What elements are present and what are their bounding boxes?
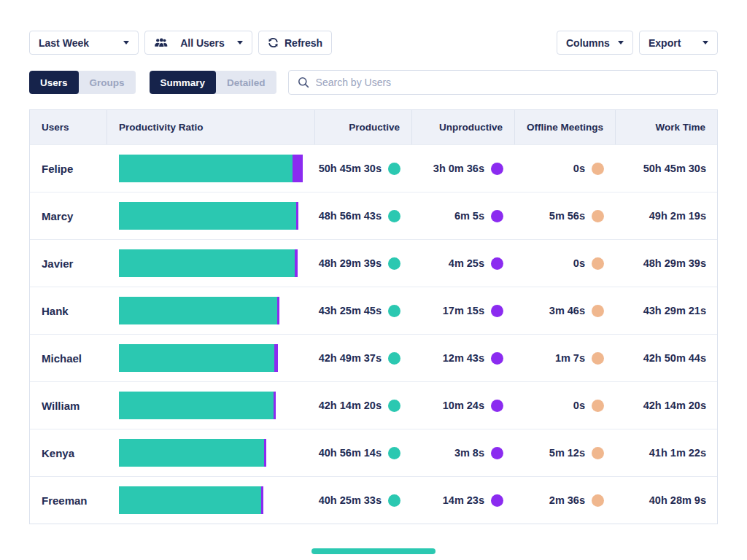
productive-cell: 42h 49m 37s xyxy=(314,335,411,381)
productivity-ratio-cell xyxy=(107,287,314,334)
unproductive-cell: 14m 23s xyxy=(411,477,514,524)
productive-cell: 40h 56m 14s xyxy=(314,429,411,476)
search-box[interactable] xyxy=(288,70,718,95)
productive-cell: 40h 25m 33s xyxy=(314,477,411,524)
offline-meetings-value: 0s xyxy=(573,400,585,411)
productive-cell: 42h 14m 20s xyxy=(314,382,411,429)
offline-meetings-cell: 2m 36s xyxy=(514,477,615,524)
users-group-icon xyxy=(154,38,168,48)
horizontal-scrollbar-thumb[interactable] xyxy=(311,548,436,554)
offline-meetings-dot-icon xyxy=(592,400,604,412)
search-icon xyxy=(298,77,309,88)
export-label: Export xyxy=(649,37,681,49)
offline-meetings-dot-icon xyxy=(592,257,604,270)
columns-dropdown[interactable]: Columns xyxy=(557,31,633,55)
user-name: Michael xyxy=(30,335,107,381)
unproductive-dot-icon xyxy=(491,305,503,317)
offline-meetings-value: 2m 36s xyxy=(549,494,585,506)
productive-value: 50h 45m 30s xyxy=(319,163,382,174)
productivity-ratio-cell xyxy=(107,429,314,476)
productive-dot-icon xyxy=(388,352,400,365)
table-row[interactable]: Freeman 40h 25m 33s 14m 23s 2m 36s 40h 2… xyxy=(30,476,717,524)
table-row[interactable]: Javier 48h 29m 39s 4m 25s 0s 48h 29m 39s xyxy=(30,239,717,287)
date-range-dropdown[interactable]: Last Week xyxy=(29,31,139,55)
table-row[interactable]: Marcy 48h 56m 43s 6m 5s 5m 56s 49h 2m 19… xyxy=(30,192,717,239)
col-header-productivity-ratio: Productivity Ratio xyxy=(107,110,314,144)
unproductive-dot-icon xyxy=(491,494,503,507)
offline-meetings-value: 1m 7s xyxy=(555,352,585,364)
export-dropdown[interactable]: Export xyxy=(639,31,718,55)
table-row[interactable]: Hank 43h 25m 45s 17m 15s 3m 46s 43h 29m … xyxy=(30,287,717,334)
offline-meetings-value: 5m 56s xyxy=(549,210,585,222)
offline-meetings-value: 0s xyxy=(573,257,585,269)
table-body: Felipe 50h 45m 30s 3h 0m 36s 0s 50h 45m … xyxy=(30,144,717,524)
bar-unproductive-segment xyxy=(264,439,266,467)
chevron-down-icon xyxy=(237,41,243,44)
table-row[interactable]: Felipe 50h 45m 30s 3h 0m 36s 0s 50h 45m … xyxy=(30,144,717,192)
work-time-cell: 43h 29m 21s xyxy=(615,287,717,334)
ratio-bar xyxy=(119,344,278,372)
offline-meetings-cell: 5m 12s xyxy=(514,429,615,476)
bar-unproductive-segment xyxy=(293,155,303,182)
user-name: William xyxy=(30,382,107,429)
table-row[interactable]: Michael 42h 49m 37s 12m 43s 1m 7s 42h 50… xyxy=(30,334,717,381)
productivity-ratio-cell xyxy=(107,240,314,287)
unproductive-dot-icon xyxy=(491,447,503,459)
refresh-button[interactable]: Refresh xyxy=(258,31,332,55)
col-header-work-time: Work Time xyxy=(615,110,717,144)
unproductive-cell: 17m 15s xyxy=(411,287,514,334)
bar-unproductive-segment xyxy=(295,249,298,277)
tab-groups[interactable]: Groups xyxy=(79,71,136,94)
unproductive-value: 12m 43s xyxy=(443,352,484,364)
refresh-icon xyxy=(268,37,279,48)
table-row[interactable]: Kenya 40h 56m 14s 3m 8s 5m 12s 41h 1m 22… xyxy=(30,429,717,476)
user-name: Felipe xyxy=(30,145,107,192)
work-time-cell: 41h 1m 22s xyxy=(615,429,717,476)
offline-meetings-cell: 3m 46s xyxy=(514,287,615,334)
work-time-value: 49h 2m 19s xyxy=(649,210,706,222)
tab-detailed[interactable]: Detailed xyxy=(216,71,276,94)
work-time-value: 48h 29m 39s xyxy=(643,257,706,269)
productive-dot-icon xyxy=(388,494,400,507)
tab-users[interactable]: Users xyxy=(29,71,79,94)
work-time-value: 42h 14m 20s xyxy=(643,400,706,411)
refresh-label: Refresh xyxy=(285,37,322,49)
col-header-unproductive: Unproductive xyxy=(411,110,514,144)
entity-toggle: Users Groups xyxy=(29,71,136,94)
productive-value: 42h 14m 20s xyxy=(319,400,382,411)
date-range-value: Last Week xyxy=(39,37,89,49)
search-input[interactable] xyxy=(316,77,708,88)
productive-cell: 43h 25m 45s xyxy=(314,287,411,334)
tab-summary[interactable]: Summary xyxy=(150,71,217,94)
bar-productive-segment xyxy=(119,155,293,182)
unproductive-cell: 3h 0m 36s xyxy=(411,145,514,192)
work-time-cell: 49h 2m 19s xyxy=(615,192,717,239)
offline-meetings-cell: 5m 56s xyxy=(514,192,615,239)
unproductive-dot-icon xyxy=(491,400,503,412)
productive-cell: 48h 56m 43s xyxy=(314,192,411,239)
offline-meetings-dot-icon xyxy=(592,494,604,507)
view-toggle: Summary Detailed xyxy=(150,71,276,94)
productivity-ratio-cell xyxy=(107,192,314,239)
unproductive-cell: 10m 24s xyxy=(411,382,514,429)
ratio-bar xyxy=(119,486,263,514)
user-filter-dropdown[interactable]: All Users xyxy=(144,31,252,55)
work-time-value: 43h 29m 21s xyxy=(643,305,706,316)
work-time-cell: 50h 45m 30s xyxy=(615,145,717,192)
offline-meetings-dot-icon xyxy=(592,305,604,317)
offline-meetings-cell: 1m 7s xyxy=(514,335,615,381)
ratio-bar xyxy=(119,439,266,467)
productive-dot-icon xyxy=(388,257,400,270)
columns-label: Columns xyxy=(566,37,610,49)
unproductive-dot-icon xyxy=(491,210,503,222)
bar-productive-segment xyxy=(119,202,296,230)
productive-dot-icon xyxy=(388,305,400,317)
work-time-cell: 40h 28m 9s xyxy=(615,477,717,524)
productive-value: 40h 25m 33s xyxy=(319,494,382,506)
productive-value: 48h 29m 39s xyxy=(319,257,382,269)
table-row[interactable]: William 42h 14m 20s 10m 24s 0s 42h 14m 2… xyxy=(30,381,717,429)
productive-dot-icon xyxy=(388,400,400,412)
bar-productive-segment xyxy=(119,439,264,467)
productive-value: 40h 56m 14s xyxy=(319,447,382,459)
ratio-bar xyxy=(119,249,298,277)
